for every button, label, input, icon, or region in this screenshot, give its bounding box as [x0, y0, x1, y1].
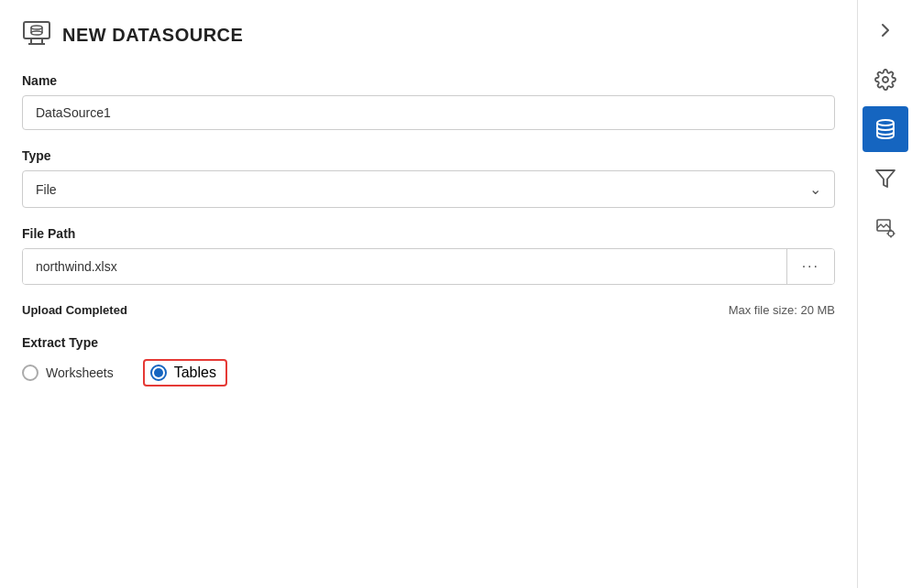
worksheets-radio-item[interactable]: Worksheets [22, 359, 114, 387]
upload-status-text: Upload Completed [22, 303, 127, 317]
sidebar-item-image-settings[interactable] [863, 205, 908, 251]
sidebar-item-settings[interactable] [863, 57, 908, 103]
worksheets-radio-label: Worksheets [46, 365, 114, 380]
type-field-group: Type File ⌄ [22, 148, 835, 208]
sidebar-item-filter[interactable] [863, 156, 908, 201]
datasource-header-icon [22, 18, 51, 51]
svg-point-7 [31, 31, 42, 35]
svg-point-8 [883, 77, 888, 82]
max-file-size-text: Max file size: 20 MB [729, 303, 835, 317]
svg-marker-10 [876, 170, 895, 187]
main-panel: NEW DATASOURCE Name Type File ⌄ File Pat… [0, 0, 857, 588]
gear-icon [874, 69, 896, 91]
type-label: Type [22, 148, 835, 163]
sidebar [857, 0, 912, 588]
extract-type-radio-group: Worksheets Tables [22, 359, 835, 387]
upload-status-row: Upload Completed Max file size: 20 MB [22, 303, 835, 317]
sidebar-item-database[interactable] [863, 106, 908, 152]
svg-point-12 [888, 231, 894, 236]
name-label: Name [22, 73, 835, 88]
chevron-down-icon: ⌄ [809, 180, 821, 198]
name-input[interactable] [22, 95, 835, 130]
file-path-input[interactable] [23, 249, 786, 284]
filter-icon [874, 168, 896, 190]
file-browse-button[interactable]: ··· [786, 249, 834, 284]
svg-rect-0 [24, 22, 49, 38]
tables-radio-circle[interactable] [150, 365, 167, 381]
page-title: NEW DATASOURCE [62, 25, 243, 46]
extract-type-section: Extract Type Worksheets Tables [22, 335, 835, 387]
type-select[interactable]: File ⌄ [22, 170, 835, 208]
sidebar-item-expand[interactable] [863, 7, 908, 53]
type-selected-value: File [36, 182, 57, 197]
name-field-group: Name [22, 73, 835, 130]
file-path-row: ··· [22, 248, 835, 285]
expand-icon [874, 19, 896, 41]
file-path-field-group: File Path ··· [22, 226, 835, 285]
tables-radio-label: Tables [174, 365, 216, 381]
svg-point-4 [31, 26, 42, 29]
form-header: NEW DATASOURCE [22, 18, 835, 51]
tables-radio-wrapper[interactable]: Tables [143, 359, 227, 387]
svg-point-9 [877, 120, 894, 125]
type-select-wrapper[interactable]: File ⌄ [22, 170, 835, 208]
file-path-label: File Path [22, 226, 835, 241]
extract-type-label: Extract Type [22, 335, 835, 350]
image-settings-icon [874, 217, 896, 239]
worksheets-radio-circle[interactable] [22, 365, 38, 381]
database-icon [874, 118, 896, 140]
